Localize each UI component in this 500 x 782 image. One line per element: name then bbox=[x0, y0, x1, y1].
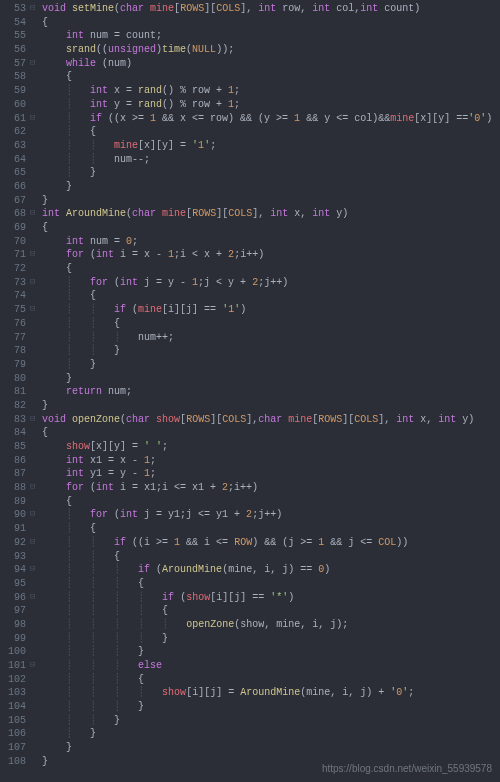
fold-marker[interactable]: ⊟ bbox=[30, 207, 42, 221]
fold-marker[interactable]: ⊟ bbox=[30, 508, 42, 522]
code-line: void openZone(char show[ROWS][COLS],char… bbox=[42, 413, 500, 427]
fold-marker bbox=[30, 741, 42, 755]
fold-marker bbox=[30, 440, 42, 454]
line-number: 60 bbox=[0, 98, 26, 112]
code-line: ┊ ┊ } bbox=[42, 344, 500, 358]
code-line: ┊ ┊ ┊ ┊ if (show[i][j] == '*') bbox=[42, 591, 500, 605]
line-number: 80 bbox=[0, 372, 26, 386]
fold-marker[interactable]: ⊟ bbox=[30, 413, 42, 427]
fold-marker bbox=[30, 467, 42, 481]
line-number: 77 bbox=[0, 331, 26, 345]
fold-marker bbox=[30, 604, 42, 618]
code-line: int y1 = y - 1; bbox=[42, 467, 500, 481]
watermark: https://blog.csdn.net/weixin_55939578 bbox=[322, 762, 492, 776]
code-line: ┊ { bbox=[42, 522, 500, 536]
line-number: 94 bbox=[0, 563, 26, 577]
code-line: } bbox=[42, 372, 500, 386]
code-line: ┊ ┊ { bbox=[42, 317, 500, 331]
fold-marker[interactable]: ⊟ bbox=[30, 276, 42, 290]
fold-marker bbox=[30, 153, 42, 167]
code-area: void setMine(char mine[ROWS][COLS], int … bbox=[42, 2, 500, 769]
code-line: ┊ for (int j = y - 1;j < y + 2;j++) bbox=[42, 276, 500, 290]
fold-marker bbox=[30, 645, 42, 659]
code-line: ┊ ┊ if ((i >= 1 && i <= ROW) && (j >= 1 … bbox=[42, 536, 500, 550]
fold-marker bbox=[30, 673, 42, 687]
code-editor: 5354555657585960616263646566676869707172… bbox=[0, 0, 500, 769]
line-number: 84 bbox=[0, 426, 26, 440]
code-line: int AroundMine(char mine[ROWS][COLS], in… bbox=[42, 207, 500, 221]
line-number: 55 bbox=[0, 29, 26, 43]
code-line: ┊ if ((x >= 1 && x <= row) && (y >= 1 &&… bbox=[42, 112, 500, 126]
fold-marker bbox=[30, 331, 42, 345]
code-line: ┊ for (int j = y1;j <= y1 + 2;j++) bbox=[42, 508, 500, 522]
fold-marker bbox=[30, 385, 42, 399]
code-line: { bbox=[42, 495, 500, 509]
fold-marker[interactable]: ⊟ bbox=[30, 112, 42, 126]
line-number: 102 bbox=[0, 673, 26, 687]
fold-marker bbox=[30, 344, 42, 358]
fold-gutter: ⊟⊟⊟⊟⊟⊟⊟⊟⊟⊟⊟⊟⊟⊟ bbox=[30, 2, 42, 769]
code-line: ┊ int y = rand() % row + 1; bbox=[42, 98, 500, 112]
line-number: 75 bbox=[0, 303, 26, 317]
fold-marker[interactable]: ⊟ bbox=[30, 659, 42, 673]
line-number: 86 bbox=[0, 454, 26, 468]
code-line: ┊ { bbox=[42, 289, 500, 303]
fold-marker bbox=[30, 727, 42, 741]
fold-marker bbox=[30, 70, 42, 84]
code-line: for (int i = x - 1;i < x + 2;i++) bbox=[42, 248, 500, 262]
code-line: ┊ } bbox=[42, 727, 500, 741]
fold-marker[interactable]: ⊟ bbox=[30, 303, 42, 317]
code-line: } bbox=[42, 180, 500, 194]
code-line: ┊ ┊ if (mine[i][j] == '1') bbox=[42, 303, 500, 317]
line-number: 64 bbox=[0, 153, 26, 167]
fold-marker bbox=[30, 43, 42, 57]
fold-marker bbox=[30, 577, 42, 591]
code-line: show[x][y] = ' '; bbox=[42, 440, 500, 454]
fold-marker bbox=[30, 399, 42, 413]
code-line: void setMine(char mine[ROWS][COLS], int … bbox=[42, 2, 500, 16]
code-line: return num; bbox=[42, 385, 500, 399]
line-number: 105 bbox=[0, 714, 26, 728]
code-line: ┊ ┊ ┊ ┊ show[i][j] = AroundMine(mine, i,… bbox=[42, 686, 500, 700]
fold-marker[interactable]: ⊟ bbox=[30, 248, 42, 262]
line-number: 69 bbox=[0, 221, 26, 235]
line-number: 92 bbox=[0, 536, 26, 550]
line-number: 79 bbox=[0, 358, 26, 372]
line-number-gutter: 5354555657585960616263646566676869707172… bbox=[0, 2, 30, 769]
fold-marker bbox=[30, 84, 42, 98]
fold-marker[interactable]: ⊟ bbox=[30, 536, 42, 550]
code-line: ┊ ┊ ┊ } bbox=[42, 645, 500, 659]
fold-marker[interactable]: ⊟ bbox=[30, 57, 42, 71]
code-line: ┊ ┊ ┊ ┊ } bbox=[42, 632, 500, 646]
line-number: 74 bbox=[0, 289, 26, 303]
code-line: int num = 0; bbox=[42, 235, 500, 249]
fold-marker bbox=[30, 235, 42, 249]
fold-marker[interactable]: ⊟ bbox=[30, 563, 42, 577]
fold-marker bbox=[30, 221, 42, 235]
code-line: ┊ { bbox=[42, 125, 500, 139]
fold-marker bbox=[30, 29, 42, 43]
line-number: 57 bbox=[0, 57, 26, 71]
fold-marker bbox=[30, 194, 42, 208]
fold-marker[interactable]: ⊟ bbox=[30, 2, 42, 16]
line-number: 93 bbox=[0, 550, 26, 564]
line-number: 95 bbox=[0, 577, 26, 591]
code-line: ┊ ┊ } bbox=[42, 714, 500, 728]
fold-marker bbox=[30, 16, 42, 30]
line-number: 62 bbox=[0, 125, 26, 139]
fold-marker[interactable]: ⊟ bbox=[30, 481, 42, 495]
fold-marker bbox=[30, 317, 42, 331]
line-number: 65 bbox=[0, 166, 26, 180]
fold-marker bbox=[30, 618, 42, 632]
line-number: 98 bbox=[0, 618, 26, 632]
line-number: 85 bbox=[0, 440, 26, 454]
line-number: 67 bbox=[0, 194, 26, 208]
fold-marker[interactable]: ⊟ bbox=[30, 591, 42, 605]
code-line: int num = count; bbox=[42, 29, 500, 43]
code-line: ┊ ┊ num--; bbox=[42, 153, 500, 167]
line-number: 70 bbox=[0, 235, 26, 249]
fold-marker bbox=[30, 714, 42, 728]
line-number: 100 bbox=[0, 645, 26, 659]
fold-marker bbox=[30, 632, 42, 646]
line-number: 53 bbox=[0, 2, 26, 16]
